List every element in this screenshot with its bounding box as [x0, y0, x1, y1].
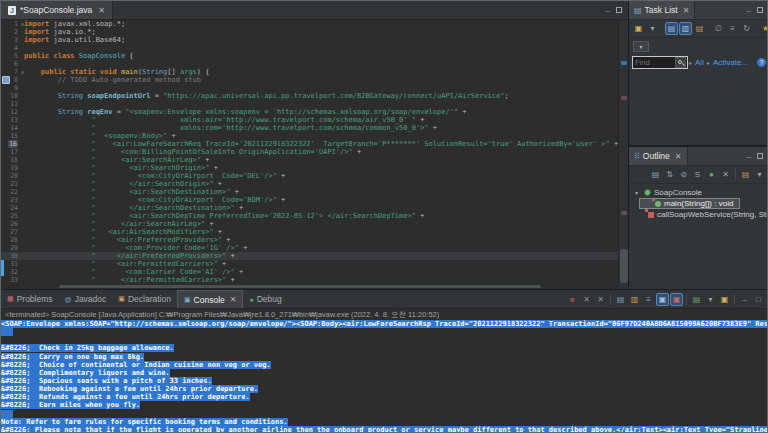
code-line[interactable]: 6 [1, 60, 618, 68]
activate-link[interactable]: Activate... [713, 58, 748, 67]
console-line[interactable]: &#8226; Rebooking against a fee until 24… [1, 385, 768, 393]
ruler-marker[interactable] [621, 61, 627, 65]
filter-tasks-icon[interactable]: ≡ [726, 22, 739, 35]
code-line[interactable]: 4 [1, 44, 618, 52]
link-with-editor-icon[interactable]: ▤ [739, 168, 752, 181]
code-line[interactable]: 8 // TODO Auto-generated method stub [1, 76, 618, 84]
tab-problems[interactable]: ▦Problems [1, 290, 59, 308]
code-line[interactable]: 26 " </air:SearchAirLeg>" + [1, 220, 618, 228]
help-icon[interactable]: ? [757, 58, 766, 67]
working-sets-icon[interactable]: ▤ [693, 22, 706, 35]
task-legend-icon[interactable]: ★ [759, 22, 768, 35]
hide-local-types-icon[interactable]: ✕ [719, 168, 732, 181]
code-line[interactable]: 31 " <air:PermittedCarriers>" + [1, 260, 618, 268]
tab-javadoc[interactable]: @Javadoc [59, 290, 113, 308]
code-line[interactable]: 25 " <air:SearchDepTime PreferredTime='2… [1, 212, 618, 220]
minimize-icon[interactable]: – [747, 6, 751, 15]
console-line[interactable]: &#8226; Choice of continental or Indian … [1, 361, 768, 369]
code-line[interactable]: 1⊖import javax.xml.soap.*; [1, 20, 618, 28]
tab-debug[interactable]: ●Debug [243, 290, 287, 308]
scroll-lock-icon[interactable]: ▥ [628, 293, 641, 306]
code-line[interactable]: 33 " </air:PermittedCarriers>" + [1, 276, 618, 284]
code-line[interactable]: 30 " </air:PreferredProviders>" + [1, 252, 618, 260]
code-line[interactable]: 11 [1, 100, 618, 108]
code-line[interactable]: 9 [1, 84, 618, 92]
console-line[interactable]: &#8226; Refunds against a fee until 24hr… [1, 393, 768, 401]
ruler-marker[interactable] [621, 96, 627, 100]
console-line[interactable] [1, 328, 768, 336]
console-line[interactable] [1, 336, 768, 344]
console-output[interactable]: <SOAP:Envelope xmlns:SOAP="http://schema… [1, 320, 768, 433]
code-line[interactable]: 2import java.io.*; [1, 28, 618, 36]
new-task-icon[interactable]: ▣ [632, 22, 645, 35]
code-line[interactable]: 21 " </air:SearchOrigin>" + [1, 180, 618, 188]
task-list-presentation-dropdown[interactable]: ▾ [633, 41, 649, 52]
outline-item[interactable]: callSoapWebService(String, String [639, 209, 768, 220]
code-line[interactable]: 27 " <air:AirSearchModifiers>" + [1, 228, 618, 236]
code-line[interactable]: 17 " <com:BillingPointOfSaleInfo OriginA… [1, 148, 618, 156]
hide-fields-icon[interactable]: ⊘ [677, 168, 690, 181]
code-line[interactable]: 22 " <air:SearchDestination>" + [1, 188, 618, 196]
show-stderr-icon[interactable]: ▣ [670, 293, 683, 306]
remove-launch-icon[interactable]: ✕ [580, 293, 593, 306]
pin-console-icon[interactable]: ▤ [690, 293, 703, 306]
horizontal-scrollbar[interactable] [59, 285, 541, 288]
code-line[interactable]: 18 " <air:SearchAirLeg>" + [1, 156, 618, 164]
display-selected-console-icon[interactable]: ▾ [704, 293, 717, 306]
code-line[interactable]: 16 " <air:LowFareSearchReq TraceId='2021… [1, 140, 618, 148]
hide-non-public-icon[interactable]: ● [705, 168, 718, 181]
close-icon[interactable]: ✕ [98, 6, 105, 15]
tab-soapconsole-java[interactable]: J *SoapConsole.java ✕ [1, 1, 113, 19]
code-line[interactable]: 3import java.util.Base64; [1, 36, 618, 44]
close-icon[interactable]: ✕ [683, 6, 690, 15]
console-line[interactable]: &#8226; Carry on one bag max 8kg. [1, 353, 768, 361]
fold-marker-icon[interactable]: ⊖ [21, 20, 24, 28]
console-line[interactable]: <SOAP:Envelope xmlns:SOAP="http://schema… [1, 320, 768, 328]
code-line[interactable]: 10 String soapEndpointUrl = "https://apa… [1, 92, 618, 100]
view-menu-icon[interactable]: ▾ [753, 168, 766, 181]
new-task-dropdown-icon[interactable]: ▾ [646, 22, 659, 35]
outline-item[interactable]: ▾SoapConsole [629, 187, 768, 198]
show-stdout-icon[interactable]: ▣ [656, 293, 669, 306]
hide-completed-icon[interactable]: ∅ [712, 22, 725, 35]
remove-all-launches-icon[interactable]: ✕ [594, 293, 607, 306]
console-line[interactable]: Note: Refer to fare rules for specific b… [1, 418, 768, 426]
vertical-scrollbar[interactable] [620, 249, 628, 283]
ruler-marker[interactable] [621, 211, 627, 215]
maximize-icon[interactable] [757, 153, 763, 159]
maximize-icon[interactable] [616, 7, 622, 13]
clear-console-icon[interactable]: ▤ [614, 293, 627, 306]
outline-item[interactable]: main(String[]) : void [639, 198, 740, 209]
maximize-icon[interactable]: □ [752, 293, 765, 306]
code-line[interactable]: 5public class SoapConsole { [1, 52, 618, 60]
outline-tab[interactable]: ⠿ Outline ✕ [629, 147, 688, 165]
console-line[interactable]: &#8226; Earn miles when you fly. [1, 401, 768, 409]
code-line[interactable]: 19 " <air:SearchOrigin>" + [1, 164, 618, 172]
code-line[interactable]: 32 " <com:Carrier Code='AI' />" + [1, 268, 618, 276]
synchronize-icon[interactable]: ↻ [740, 22, 753, 35]
code-line[interactable]: 24 " </air:SearchDestination>" + [1, 204, 618, 212]
code-line[interactable]: 13 " xmlns:air='http://www.travelport.co… [1, 116, 618, 124]
word-wrap-icon[interactable]: ≡ [642, 293, 655, 306]
code-line[interactable]: 15 " <soapenv:Body>" + [1, 132, 618, 140]
console-line[interactable]: &#8226; Complimentary liquors and wine. [1, 369, 768, 377]
fold-marker-icon[interactable]: ⊖ [21, 68, 24, 76]
tab-console[interactable]: ▣Console✕ [177, 290, 244, 308]
console-line[interactable]: &#8226; Please note that if the flight i… [1, 426, 768, 433]
terminate-icon[interactable]: ■ [566, 293, 579, 306]
overview-ruler[interactable] [618, 20, 628, 284]
scheduled-view-icon[interactable]: ▥ [679, 22, 692, 35]
minimize-icon[interactable]: – [747, 152, 751, 161]
close-icon[interactable]: ✕ [230, 295, 237, 304]
categorized-view-icon[interactable]: ▤ [665, 22, 678, 35]
launch-marker-icon[interactable] [2, 76, 10, 84]
code-line[interactable]: 28 " <air:PreferredProviders>" + [1, 236, 618, 244]
close-icon[interactable]: ✕ [675, 152, 682, 161]
code-line[interactable]: 23 " <com:CityOrAirport Code='BOM'/>" + [1, 196, 618, 204]
search-icon[interactable] [675, 57, 686, 68]
tab-declaration[interactable]: ▣Declaration [112, 290, 177, 308]
code-line[interactable]: 20 " <com:CityOrAirport Code='DEL'/>" + [1, 172, 618, 180]
minimize-icon[interactable]: – [606, 6, 610, 15]
code-line[interactable]: 14 " xmlns:com='http://www.travelport.co… [1, 124, 618, 132]
console-line[interactable]: &#8226; Spacious seats with a pitch of 3… [1, 377, 768, 385]
